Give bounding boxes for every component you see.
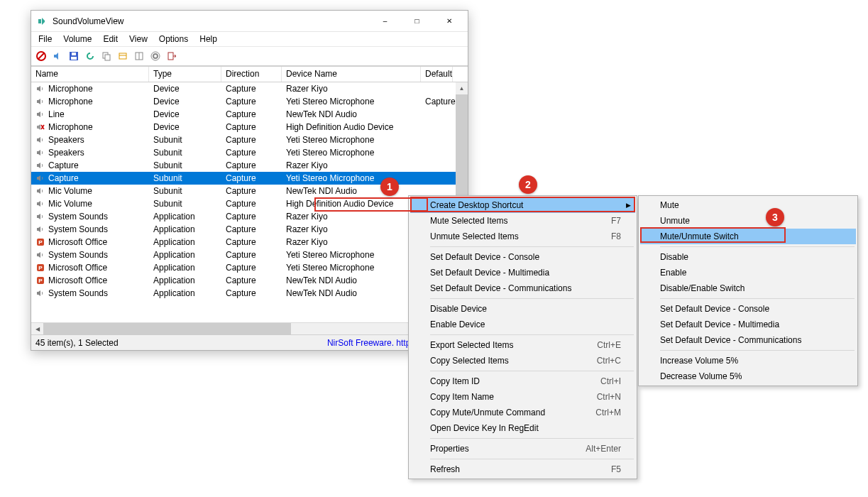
menu-item-create-desktop-shortcut[interactable]: Create Desktop Shortcut▶ — [410, 197, 635, 213]
cell-device: Yeti Stereo Microphone — [282, 148, 421, 158]
menu-item-disable[interactable]: Disable — [640, 249, 856, 265]
cell-direction: Capture — [221, 224, 282, 234]
menu-item-mute-selected-items[interactable]: Mute Selected ItemsF7 — [410, 213, 635, 229]
maximize-button[interactable]: □ — [401, 11, 433, 31]
menu-item-copy-item-name[interactable]: Copy Item NameCtrl+N — [410, 389, 635, 405]
mute-icon[interactable] — [34, 49, 48, 63]
table-row[interactable]: System SoundsApplicationCaptureRazer Kiy… — [31, 210, 468, 223]
menu-item-set-default-device-console[interactable]: Set Default Device - Console — [640, 301, 856, 317]
menu-separator — [430, 334, 634, 335]
menu-item-export-selected-items[interactable]: Export Selected ItemsCtrl+E — [410, 337, 635, 353]
cell-device: NewTek NDI Audio — [282, 186, 421, 196]
close-button[interactable]: ✕ — [433, 11, 465, 31]
svg-rect-14 — [168, 53, 173, 60]
column-device[interactable]: Device Name — [282, 67, 421, 82]
horizontal-scrollbar[interactable]: ◀ ▶ — [31, 322, 468, 334]
menu-item-label: Unmute Selected Items — [430, 231, 519, 241]
table-row[interactable]: Mic VolumeSubunitCaptureNewTek NDI Audio — [31, 185, 468, 197]
horizontal-scroll-thumb[interactable] — [43, 323, 291, 335]
menu-item-disable-device[interactable]: Disable Device — [410, 301, 635, 317]
table-row[interactable]: PMicrosoft OfficeApplicationCaptureYeti … — [31, 261, 468, 274]
menu-item-unmute-selected-items[interactable]: Unmute Selected ItemsF8 — [410, 229, 635, 244]
menu-item-copy-item-id[interactable]: Copy Item IDCtrl+I — [410, 373, 635, 389]
menu-item-set-default-device-console[interactable]: Set Default Device - Console — [410, 249, 635, 265]
menu-item-set-default-device-multimedia[interactable]: Set Default Device - Multimedia — [640, 317, 856, 332]
menu-item-unmute[interactable]: Unmute — [640, 213, 856, 229]
table-row[interactable]: MicrophoneDeviceCaptureYeti Stereo Micro… — [31, 95, 468, 108]
table-row[interactable]: PMicrosoft OfficeApplicationCaptureRazer… — [31, 236, 468, 248]
menu-item-label: Copy Selected Items — [430, 356, 509, 366]
menu-item-enable-device[interactable]: Enable Device — [410, 317, 635, 332]
unmute-speaker-icon[interactable] — [50, 49, 65, 63]
menu-item-set-default-device-communications[interactable]: Set Default Device - Communications — [410, 280, 635, 296]
cell-name: Line — [48, 109, 65, 119]
menu-item-label: Properties — [430, 444, 469, 454]
scroll-left-arrow-icon[interactable]: ◀ — [31, 323, 43, 335]
cell-device: Yeti Stereo Microphone — [282, 135, 421, 145]
copy-icon[interactable] — [99, 49, 114, 63]
menu-volume[interactable]: Volume — [57, 33, 97, 45]
menu-item-label: Refresh — [430, 464, 460, 474]
table-row[interactable]: SpeakersSubunitCaptureYeti Stereo Microp… — [31, 146, 468, 159]
table-row[interactable]: MicrophoneDeviceCaptureHigh Definition A… — [31, 121, 468, 133]
options-icon[interactable] — [148, 49, 163, 63]
table-row[interactable]: LineDeviceCaptureNewTek NDI Audio — [31, 108, 468, 121]
menu-item-increase-volume-5-[interactable]: Increase Volume 5% — [640, 353, 856, 368]
table-row[interactable]: CaptureSubunitCaptureRazer Kiyo — [31, 159, 468, 172]
menu-item-set-default-device-multimedia[interactable]: Set Default Device - Multimedia — [410, 265, 635, 280]
cell-name: Microphone — [48, 122, 93, 132]
menu-item-disable-enable-switch[interactable]: Disable/Enable Switch — [640, 280, 856, 296]
table-row[interactable]: PMicrosoft OfficeApplicationCaptureNewTe… — [31, 274, 468, 287]
menu-item-set-default-device-communications[interactable]: Set Default Device - Communications — [640, 332, 856, 348]
cell-type: Application — [149, 250, 221, 260]
column-direction[interactable]: Direction — [221, 67, 282, 82]
column-name[interactable]: Name — [31, 67, 149, 82]
menu-file[interactable]: File — [33, 33, 57, 45]
cell-type: Device — [149, 84, 221, 94]
scroll-up-arrow-icon[interactable]: ▲ — [456, 82, 468, 94]
app-window: SoundVolumeView – □ ✕ FileVolumeEditView… — [31, 10, 468, 351]
ppt-icon: P — [35, 237, 45, 247]
cell-type: Device — [149, 97, 221, 106]
table-row[interactable]: System SoundsApplicationCaptureNewTek ND… — [31, 287, 468, 300]
menu-item-mute[interactable]: Mute — [640, 197, 856, 213]
table-row[interactable]: SpeakersSubunitCaptureYeti Stereo Microp… — [31, 133, 468, 146]
cell-type: Subunit — [149, 160, 221, 170]
menu-item-copy-mute-unmute-command[interactable]: Copy Mute/Unmute CommandCtrl+M — [410, 405, 635, 420]
annotation-badge-2: 2 — [519, 175, 537, 194]
refresh-icon[interactable] — [83, 49, 97, 63]
svg-rect-5 — [72, 53, 76, 55]
table-row[interactable]: Mic VolumeSubunitCaptureHigh Definition … — [31, 197, 468, 210]
columns-icon[interactable] — [132, 49, 146, 63]
exit-icon[interactable] — [165, 49, 179, 63]
cell-type: Subunit — [149, 186, 221, 196]
column-default[interactable]: Default — [421, 67, 453, 82]
menu-edit[interactable]: Edit — [97, 33, 123, 45]
properties-icon[interactable] — [116, 49, 130, 63]
cell-device: High Definition Audio Device — [282, 122, 421, 132]
cell-device: Yeti Stereo Microphone — [282, 263, 421, 273]
cell-direction: Capture — [221, 186, 282, 196]
menu-item-mute-unmute-switch[interactable]: Mute/Unmute Switch — [640, 229, 856, 244]
speaker-icon — [35, 250, 45, 260]
table-row[interactable]: CaptureSubunitCaptureYeti Stereo Microph… — [31, 172, 468, 185]
context-menu-sub: MuteUnmuteMute/Unmute SwitchDisableEnabl… — [638, 195, 858, 386]
save-icon[interactable] — [67, 49, 81, 63]
menu-item-enable[interactable]: Enable — [640, 265, 856, 280]
cell-direction: Capture — [221, 250, 282, 260]
minimize-button[interactable]: – — [369, 11, 401, 31]
menu-view[interactable]: View — [123, 33, 153, 45]
speaker-icon — [35, 224, 45, 234]
menu-options[interactable]: Options — [153, 33, 194, 45]
menu-item-properties[interactable]: PropertiesAlt+Enter — [410, 441, 635, 457]
table-row[interactable]: System SoundsApplicationCaptureRazer Kiy… — [31, 223, 468, 236]
table-row[interactable]: System SoundsApplicationCaptureYeti Ster… — [31, 248, 468, 261]
menu-help[interactable]: Help — [194, 33, 223, 45]
menu-item-copy-selected-items[interactable]: Copy Selected ItemsCtrl+C — [410, 353, 635, 368]
table-row[interactable]: MicrophoneDeviceCaptureRazer Kiyo — [31, 82, 468, 95]
column-type[interactable]: Type — [149, 67, 221, 82]
menu-item-decrease-volume-5-[interactable]: Decrease Volume 5% — [640, 368, 856, 384]
cell-type: Application — [149, 224, 221, 234]
menu-item-open-device-key-in-regedit[interactable]: Open Device Key In RegEdit — [410, 420, 635, 436]
menu-item-refresh[interactable]: RefreshF5 — [410, 462, 635, 477]
